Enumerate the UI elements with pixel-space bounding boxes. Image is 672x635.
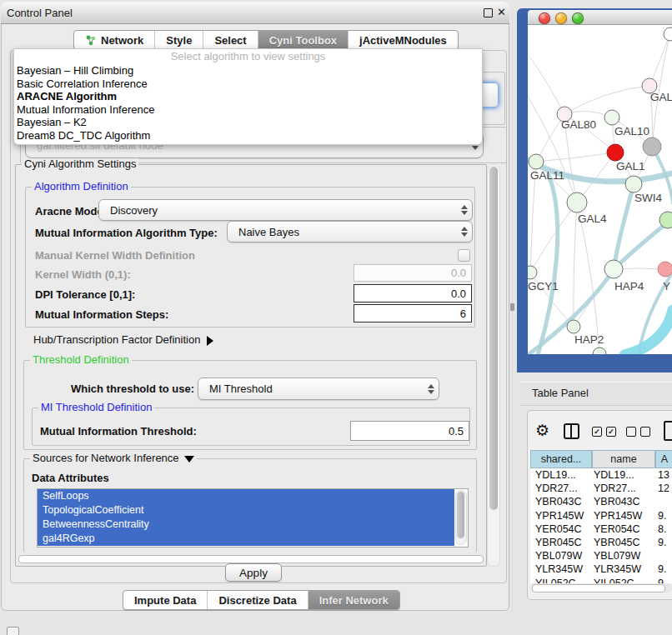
- network-node[interactable]: [664, 28, 672, 41]
- attribute-item-selected[interactable]: TopologicalCoefficient: [38, 503, 454, 518]
- network-node[interactable]: [593, 348, 606, 354]
- table-rows: YDL19...YDL19...13YDR27...YDR27...12YBR0…: [530, 468, 672, 583]
- tab-cyni-toolbox[interactable]: Cyni Toolbox: [258, 31, 349, 49]
- network-node-hap2[interactable]: [567, 320, 580, 333]
- network-edge[interactable]: [536, 152, 615, 162]
- settings-scrollbar-thumb[interactable]: [489, 167, 498, 510]
- network-edge[interactable]: [564, 86, 649, 114]
- settings-horizontal-scrollbar[interactable]: [18, 555, 484, 563]
- algorithm-option[interactable]: Bayesian – Hill Climbing: [14, 64, 482, 78]
- expanded-arrow-icon[interactable]: [184, 456, 194, 462]
- which-threshold-combo[interactable]: MI Threshold: [198, 378, 439, 400]
- network-node-hap4[interactable]: [604, 260, 623, 278]
- minimized-panel-icon[interactable]: [7, 627, 19, 635]
- gear-icon[interactable]: ⚙: [535, 421, 549, 439]
- unchecked-checkbox-pair-icon[interactable]: [626, 427, 636, 437]
- unchecked-checkbox-pair-icon[interactable]: [640, 427, 650, 437]
- attribute-item-selected[interactable]: gal4RGexp: [38, 532, 454, 546]
- popup-placeholder: Select algorithm to view settings: [14, 49, 482, 64]
- checked-checkbox-pair-icon[interactable]: ✓: [592, 427, 602, 437]
- table-cell: YPR145W: [594, 510, 642, 522]
- apply-button[interactable]: Apply: [225, 563, 282, 582]
- attributes-scrollbar-thumb[interactable]: [457, 492, 464, 538]
- data-attributes-list[interactable]: SelfLoopsTopologicalCoefficientBetweenne…: [37, 488, 469, 548]
- table-cell: YBR043C: [535, 496, 582, 508]
- settings-vertical-scrollbar[interactable]: [487, 164, 500, 567]
- table-column-header[interactable]: shared...: [530, 450, 592, 468]
- split-divider-handle[interactable]: [510, 303, 514, 311]
- algorithm-option[interactable]: Basic Correlation Inference: [14, 78, 482, 91]
- table-horizontal-scrollbar-track[interactable]: [530, 583, 672, 592]
- sources-group-title[interactable]: Sources for Network Inference: [30, 452, 197, 464]
- tab-select[interactable]: Select: [203, 31, 258, 49]
- tab-discretize-data[interactable]: Discretize Data: [208, 591, 308, 609]
- aracne-mode-combo[interactable]: Discovery: [98, 199, 473, 221]
- close-window-button[interactable]: [539, 12, 550, 24]
- close-icon[interactable]: ✕: [497, 6, 506, 18]
- table-row[interactable]: YBR045CYBR045C9.: [530, 537, 672, 551]
- attributes-scrollbar[interactable]: [455, 490, 467, 545]
- mi-algorithm-type-combo[interactable]: Naive Bayes: [227, 221, 473, 242]
- zoom-window-button[interactable]: [572, 12, 584, 24]
- table-cell: YER054C: [594, 523, 640, 535]
- collapsed-arrow-icon[interactable]: [207, 336, 213, 346]
- hub-section-toggle[interactable]: Hub/Transcription Factor Definition: [33, 333, 213, 346]
- network-node-gal11[interactable]: [529, 154, 544, 169]
- attribute-item-selected[interactable]: SelfLoops: [38, 489, 454, 503]
- dpi-tolerance-field[interactable]: [354, 284, 472, 302]
- control-panel-tabbar: NetworkStyleSelectCyni ToolboxjActiveMNo…: [73, 30, 459, 50]
- mi-threshold-field[interactable]: [350, 421, 469, 441]
- network-node[interactable]: [659, 212, 672, 228]
- table-row[interactable]: YDL19...YDL19...13: [530, 469, 672, 483]
- network-node-swi4[interactable]: [625, 176, 642, 192]
- control-panel-title: Control Panel: [7, 7, 73, 19]
- kernel-width-field[interactable]: [354, 264, 472, 282]
- tab-network[interactable]: Network: [74, 31, 155, 49]
- network-edge[interactable]: [530, 202, 577, 272]
- tab-jactivemnodules[interactable]: jActiveMNodules: [349, 31, 458, 49]
- network-node-y[interactable]: [658, 262, 672, 277]
- table-row[interactable]: YIL052CYIL052C9: [530, 578, 672, 583]
- network-node-label: SWI4: [634, 192, 662, 204]
- attribute-item-selected[interactable]: BetweennessCentrality: [38, 518, 454, 532]
- network-node-gcy1[interactable]: [528, 266, 537, 279]
- network-node-gal4[interactable]: [567, 192, 587, 212]
- table-document-icon[interactable]: [664, 421, 672, 441]
- network-edge[interactable]: [574, 202, 577, 327]
- network-edge[interactable]: [529, 57, 564, 114]
- mi-steps-label: Mutual Information Steps:: [35, 308, 168, 321]
- network-node-gal1[interactable]: [607, 144, 624, 161]
- manual-kernel-width-checkbox[interactable]: [458, 249, 470, 262]
- minimize-window-button[interactable]: [555, 12, 567, 24]
- network-edge[interactable]: [649, 35, 669, 86]
- table-row[interactable]: YER054CYER054C8.: [530, 523, 672, 538]
- mi-steps-field[interactable]: [354, 304, 472, 322]
- table-row[interactable]: YBR043CYBR043C: [530, 496, 672, 510]
- network-canvas[interactable]: GALGAL80GAL10GAL1GAL11SWI4GAL4GCY1HAP4YH…: [528, 25, 672, 354]
- tab-infer-network[interactable]: Infer Network: [308, 591, 399, 609]
- checked-checkbox-pair-icon[interactable]: ✓: [606, 427, 616, 437]
- table-row[interactable]: YBL079WYBL079W: [530, 550, 672, 564]
- algorithm-option[interactable]: Bayesian – K2: [14, 116, 482, 129]
- table-column-header[interactable]: A: [655, 450, 672, 468]
- network-node-label: HAP4: [614, 280, 644, 292]
- algorithm-option[interactable]: ARACNE Algorithm: [14, 90, 482, 103]
- float-window-icon[interactable]: [484, 8, 493, 18]
- split-columns-icon[interactable]: [564, 423, 579, 439]
- table-row[interactable]: YPR145WYPR145W9.: [530, 510, 672, 524]
- tab-style[interactable]: Style: [155, 31, 203, 49]
- network-edge[interactable]: [538, 175, 558, 354]
- table-row[interactable]: YDR27...YDR27...12: [530, 482, 672, 497]
- table-row[interactable]: YLR345WYLR345W9.: [530, 563, 672, 578]
- network-edge[interactable]: [577, 202, 599, 354]
- control-panel-titlebar[interactable]: [1, 2, 509, 24]
- table-horizontal-scrollbar-thumb[interactable]: [532, 584, 665, 592]
- combo-arrows-icon: [424, 384, 439, 394]
- split-divider[interactable]: [512, 7, 516, 615]
- algorithm-option[interactable]: Mutual Information Inference: [14, 103, 482, 117]
- network-node-gal10[interactable]: [604, 110, 619, 125]
- network-node[interactable]: [643, 138, 661, 156]
- tab-impute-data[interactable]: Impute Data: [123, 591, 208, 609]
- algorithm-option[interactable]: Dream8 DC_TDC Algorithm: [14, 129, 482, 142]
- table-column-header[interactable]: name: [592, 450, 655, 468]
